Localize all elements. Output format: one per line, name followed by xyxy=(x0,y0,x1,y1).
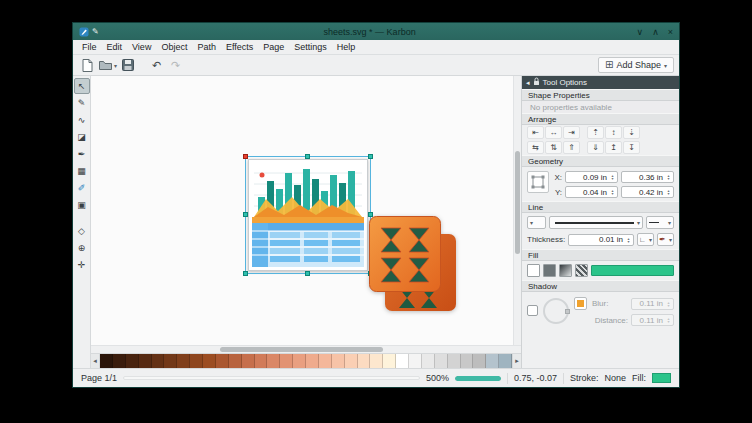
bezier-curve-tool[interactable]: ∿ xyxy=(74,112,90,128)
shape-edit-tool[interactable]: ◇ xyxy=(74,223,90,239)
vertical-scrollbar[interactable] xyxy=(513,76,521,345)
menu-page[interactable]: Page xyxy=(258,41,289,53)
palette-swatch[interactable] xyxy=(345,354,358,368)
send-to-back-button[interactable]: ↧ xyxy=(623,141,640,154)
lock-icon[interactable] xyxy=(533,77,540,88)
palette-swatch[interactable] xyxy=(113,354,126,368)
calligraphy-tool[interactable]: ✒ xyxy=(74,146,90,162)
palette-swatch[interactable] xyxy=(383,354,396,368)
palette-swatch[interactable] xyxy=(100,354,113,368)
picture-tool[interactable]: ▣ xyxy=(74,197,90,213)
palette-swatch[interactable] xyxy=(126,354,139,368)
palette-swatch[interactable] xyxy=(280,354,293,368)
selection-handle-bottom-left[interactable] xyxy=(243,271,248,276)
vertical-scrollbar-thumb[interactable] xyxy=(515,151,520,253)
palette-scroll-right-button[interactable] xyxy=(512,354,521,368)
menu-settings[interactable]: Settings xyxy=(289,41,332,53)
align-right-button[interactable]: ⇥ xyxy=(563,126,580,139)
palette-swatch[interactable] xyxy=(267,354,280,368)
palette-swatch[interactable] xyxy=(190,354,203,368)
menu-edit[interactable]: Edit xyxy=(102,41,128,53)
shadow-angle-knob[interactable] xyxy=(565,309,570,314)
add-shape-button[interactable]: Add Shape xyxy=(598,57,674,73)
palette-swatch[interactable] xyxy=(139,354,152,368)
palette-swatch[interactable] xyxy=(409,354,422,368)
palette-swatch[interactable] xyxy=(177,354,190,368)
undo-button[interactable]: ↶ xyxy=(148,57,165,74)
palette-swatch[interactable] xyxy=(486,354,499,368)
fill-none-button[interactable] xyxy=(527,264,540,277)
align-bottom-button[interactable]: ⇣ xyxy=(623,126,640,139)
width-input[interactable]: 0.36 in xyxy=(621,171,674,183)
menu-help[interactable]: Help xyxy=(332,41,361,53)
pan-tool[interactable]: ✛ xyxy=(74,257,90,273)
palette-swatch[interactable] xyxy=(358,354,371,368)
palette-swatch[interactable] xyxy=(152,354,165,368)
palette-swatch[interactable] xyxy=(242,354,255,368)
selection-handle-top-right[interactable] xyxy=(368,154,373,159)
shadow-enable-checkbox[interactable] xyxy=(527,305,538,316)
line-join-select[interactable] xyxy=(637,233,654,246)
palette-swatch[interactable] xyxy=(229,354,242,368)
selection-handle-bottom-center[interactable] xyxy=(305,271,310,276)
brush-tool[interactable]: ✐ xyxy=(74,180,90,196)
palette-swatch[interactable] xyxy=(332,354,345,368)
menu-path[interactable]: Path xyxy=(192,41,221,53)
palette-swatch[interactable] xyxy=(435,354,448,368)
new-document-button[interactable] xyxy=(78,57,95,74)
line-style-select[interactable] xyxy=(549,216,643,229)
fill-color-bar[interactable] xyxy=(591,265,674,276)
palette-swatch[interactable] xyxy=(499,354,512,368)
palette-swatch[interactable] xyxy=(396,354,409,368)
minimize-button[interactable]: ∨ xyxy=(637,27,644,37)
palette-swatch[interactable] xyxy=(293,354,306,368)
palette-swatch[interactable] xyxy=(422,354,435,368)
palette-scroll-left-button[interactable] xyxy=(91,354,100,368)
spinner-icon[interactable] xyxy=(609,174,616,180)
spinner-icon[interactable] xyxy=(665,189,672,195)
fill-pattern-button[interactable] xyxy=(575,264,588,277)
height-input[interactable]: 0.42 in xyxy=(621,186,674,198)
pattern-tool[interactable]: ▦ xyxy=(74,163,90,179)
align-hcenter-button[interactable]: ↔ xyxy=(545,126,562,139)
dock-collapse-icon[interactable] xyxy=(526,79,530,87)
palette-swatch[interactable] xyxy=(164,354,177,368)
align-top-button[interactable]: ⇡ xyxy=(587,126,604,139)
shadow-angle-dial[interactable] xyxy=(543,298,569,324)
karbon-logo-image[interactable] xyxy=(369,216,457,312)
palette-swatch[interactable] xyxy=(448,354,461,368)
menu-effects[interactable]: Effects xyxy=(221,41,258,53)
palette-swatch[interactable] xyxy=(203,354,216,368)
menu-file[interactable]: File xyxy=(77,41,102,53)
fill-solid-button[interactable] xyxy=(543,264,556,277)
zoom-tool[interactable]: ⊕ xyxy=(74,240,90,256)
freehand-path-tool[interactable]: ✎ xyxy=(74,95,90,111)
horizontal-scrollbar-thumb[interactable] xyxy=(220,347,383,352)
distribute-horizontal-button[interactable]: ⇆ xyxy=(527,141,544,154)
menu-view[interactable]: View xyxy=(127,41,156,53)
thickness-input[interactable]: 0.01 in xyxy=(568,234,634,246)
anchor-points-icon[interactable] xyxy=(527,171,549,193)
align-vcenter-button[interactable]: ↕ xyxy=(605,126,622,139)
align-left-button[interactable]: ⇤ xyxy=(527,126,544,139)
open-button[interactable] xyxy=(97,57,114,74)
titlebar[interactable]: sheets.svg * — Karbon ∨ ∧ × xyxy=(73,23,679,40)
palette-swatch[interactable] xyxy=(306,354,319,368)
zoom-slider[interactable] xyxy=(455,376,501,381)
close-button[interactable]: × xyxy=(668,27,673,37)
palette-swatch[interactable] xyxy=(319,354,332,368)
select-tool[interactable]: ↖ xyxy=(74,78,90,94)
redo-button[interactable]: ↷ xyxy=(167,57,184,74)
save-button[interactable] xyxy=(119,57,136,74)
distribute-vertical-button[interactable]: ⇅ xyxy=(545,141,562,154)
line-marker-select[interactable] xyxy=(657,233,674,246)
horizontal-scrollbar[interactable] xyxy=(91,345,521,353)
y-input[interactable]: 0.04 in xyxy=(565,186,618,198)
line-end-select[interactable] xyxy=(646,216,674,229)
spinner-icon[interactable] xyxy=(665,174,672,180)
sheets-chart-image[interactable] xyxy=(248,159,368,271)
palette-swatch[interactable] xyxy=(461,354,474,368)
gradient-tool[interactable]: ◪ xyxy=(74,129,90,145)
canvas[interactable] xyxy=(91,76,513,345)
menu-object[interactable]: Object xyxy=(156,41,192,53)
